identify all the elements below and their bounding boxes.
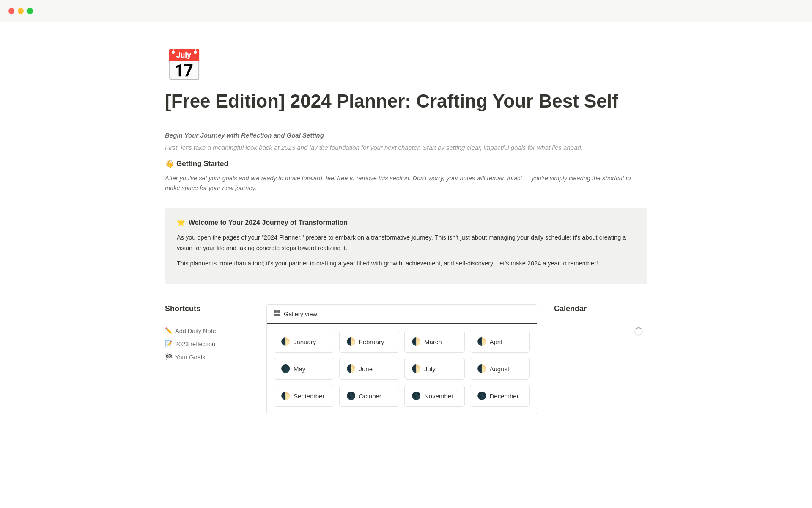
month-card-april[interactable]: 🌓 April [470,331,530,353]
moon-icon-august: 🌓 [477,364,486,373]
shortcuts-heading: Shortcuts [165,304,250,313]
page-title: [Free Edition] 2024 Planner: Crafting Yo… [165,90,647,113]
moon-icon-november: 🌑 [411,391,421,400]
description-italic: Begin Your Journey with Reflection and G… [165,132,647,139]
month-card-july[interactable]: 🌓 July [404,358,465,380]
month-label-april: April [490,338,502,345]
month-card-december[interactable]: 🌑 December [470,385,530,407]
month-card-august[interactable]: 🌓 August [470,358,530,380]
month-label-january: January [294,338,316,345]
moon-icon-september: 🌓 [281,391,290,400]
getting-started-heading: 👋 Getting Started [165,160,647,168]
shortcut-add-daily-note[interactable]: ✏️ Add Daily Note [165,327,250,334]
main-content: 📅 [Free Edition] 2024 Planner: Crafting … [131,22,681,439]
moon-icon-may: 🌑 [281,364,290,373]
calendar-spinner-container [554,327,647,336]
checkered-flag-icon: 🏁 [165,353,173,361]
gallery-view-label: Gallery view [284,311,317,318]
callout-title-text: Welcome to Your 2024 Journey of Transfor… [189,219,348,226]
svg-rect-0 [274,310,277,313]
moon-icon-december: 🌑 [477,391,486,400]
gallery-grid: 🌓 January 🌓 February 🌓 March 🌓 April [267,324,537,414]
gallery-section: Gallery view 🌓 January 🌓 February 🌓 Marc… [266,304,537,414]
moon-icon-march: 🌓 [411,337,421,346]
month-card-january[interactable]: 🌓 January [274,331,334,353]
pencil-icon: ✏️ [165,327,173,334]
callout-text-2: This planner is more than a tool; it's y… [177,258,635,269]
shortcuts-divider [165,320,250,320]
shortcuts-column: Shortcuts ✏️ Add Daily Note 📝 2023 refle… [165,304,250,367]
shortcut-label-2: Your Goals [175,354,205,361]
moon-icon-july: 🌓 [411,364,421,373]
shortcut-your-goals[interactable]: 🏁 Your Goals [165,353,250,361]
month-card-may[interactable]: 🌑 May [274,358,334,380]
moon-icon-february: 🌓 [346,337,356,346]
svg-rect-1 [277,310,280,313]
month-card-march[interactable]: 🌓 March [404,331,465,353]
shortcut-label-1: 2023 reflection [175,341,215,348]
month-label-december: December [490,392,519,400]
month-label-november: November [424,392,453,400]
loading-spinner [634,327,643,336]
gallery-view-header[interactable]: Gallery view [267,305,537,324]
moon-icon-october: 🌑 [346,391,356,400]
getting-started-label: Getting Started [176,160,228,168]
description-light: First, let's take a meaningful look back… [165,144,647,151]
svg-rect-2 [274,314,277,316]
svg-rect-3 [277,314,280,316]
month-label-september: September [294,392,324,400]
getting-started-emoji: 👋 [165,160,174,168]
month-label-march: March [424,338,442,345]
moon-icon-january: 🌓 [281,337,290,346]
month-label-october: October [359,392,381,400]
callout-box: 🌟 Welcome to Your 2024 Journey of Transf… [165,208,647,284]
month-label-february: February [359,338,384,345]
month-label-june: June [359,365,373,373]
title-divider [165,121,647,121]
page-icon: 📅 [165,47,647,83]
maximize-button[interactable] [27,8,33,14]
month-label-may: May [294,365,305,373]
gallery-view-icon [274,310,280,318]
close-button[interactable] [8,8,14,14]
month-label-august: August [490,365,510,373]
calendar-section: Calendar [554,304,647,336]
getting-started-text: After you've set your goals and are read… [165,174,647,193]
month-card-september[interactable]: 🌓 September [274,385,334,407]
minimize-button[interactable] [18,8,24,14]
calendar-divider [554,320,647,320]
month-label-july: July [424,365,436,373]
bottom-section: Shortcuts ✏️ Add Daily Note 📝 2023 refle… [165,304,647,414]
month-card-october[interactable]: 🌑 October [339,385,400,407]
shortcut-label-0: Add Daily Note [175,328,216,334]
month-card-february[interactable]: 🌓 February [339,331,400,353]
memo-icon: 📝 [165,340,173,348]
calendar-heading: Calendar [554,304,647,313]
month-card-november[interactable]: 🌑 November [404,385,465,407]
callout-text-1: As you open the pages of your "2024 Plan… [177,232,635,253]
titlebar [0,0,812,22]
month-card-june[interactable]: 🌓 June [339,358,400,380]
callout-title: 🌟 Welcome to Your 2024 Journey of Transf… [177,218,635,226]
moon-icon-june: 🌓 [346,364,356,373]
callout-icon: 🌟 [177,218,185,226]
shortcut-2023-reflection[interactable]: 📝 2023 reflection [165,340,250,348]
moon-icon-april: 🌓 [477,337,486,346]
